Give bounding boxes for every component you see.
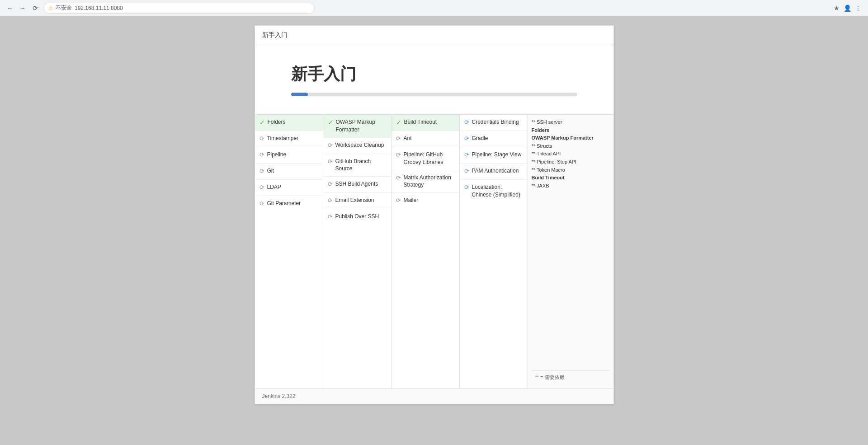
plugin-item-folders[interactable]: ✓ Folders (255, 115, 323, 131)
main-panel: 新手入门 新手入门 ✓ Folders ⟳ Tim (255, 25, 614, 404)
panel-header-title: 新手入门 (262, 31, 288, 38)
plugin-item-mailer[interactable]: ⟳ Mailer (392, 193, 459, 209)
plugin-name: Git Parameter (267, 200, 301, 207)
address-bar[interactable]: ⚠ 不安全 192.168.11.11:8080 (43, 3, 315, 14)
plugin-name: LDAP (267, 183, 281, 191)
refresh-icon-blue: ⟳ (464, 151, 469, 158)
refresh-icon: ⟳ (328, 181, 333, 187)
side-panel-structs: ** Structs (532, 142, 610, 150)
plugin-item-pipeline-stage-view[interactable]: ⟳ Pipeline: Stage View (460, 147, 528, 164)
browser-chrome: ← → ⟳ ⚠ 不安全 192.168.11.11:8080 ★ 👤 ⋮ (0, 0, 868, 16)
refresh-icon: ⟳ (328, 197, 333, 204)
side-panel-owasp: OWASP Markup Formatter (532, 134, 610, 142)
address-text: 不安全 (56, 4, 72, 12)
check-icon: ✓ (259, 119, 265, 126)
refresh-icon: ⟳ (396, 151, 401, 158)
plugin-item-gradle[interactable]: ⟳ Gradle (460, 131, 528, 147)
plugin-name: OWASP Markup Formatter (336, 118, 387, 134)
plugins-column-4: ⟳ Credentials Binding ⟳ Gradle ⟳ Pipelin… (460, 115, 528, 388)
refresh-icon: ⟳ (259, 200, 264, 207)
plugin-item-localization-chinese[interactable]: ⟳ Localization: Chinese (Simplified) (460, 180, 528, 202)
url-text: 192.168.11.11:8080 (75, 5, 123, 11)
plugin-name: Gradle (472, 135, 488, 142)
plugin-item-workspace-cleanup[interactable]: ⟳ Workspace Cleanup (323, 138, 391, 154)
plugin-item-pipeline-github-groovy[interactable]: ⟳ Pipeline: GitHub Groovy Libraries (392, 147, 459, 170)
refresh-icon-blue: ⟳ (464, 119, 469, 126)
plugin-item-pipeline[interactable]: ⟳ Pipeline (255, 147, 323, 164)
legend-text: ** = 需要依赖 (535, 375, 565, 380)
refresh-icon: ⟳ (259, 168, 264, 174)
side-panel-folders: Folders (532, 126, 610, 135)
plugin-item-github-branch-source[interactable]: ⟳ GitHub Branch Source (323, 154, 391, 177)
side-panel-ssh-text: ** SSH server (532, 119, 562, 125)
plugin-item-pam-auth[interactable]: ⟳ PAM Authentication (460, 164, 528, 180)
refresh-icon: ⟳ (328, 142, 333, 149)
plugin-name: Pipeline (267, 151, 287, 159)
plugin-name: Email Extension (335, 197, 374, 204)
plugin-item-matrix-auth[interactable]: ⟳ Matrix Authorization Strategy (392, 170, 459, 193)
refresh-icon: ⟳ (259, 184, 264, 191)
refresh-icon: ⟳ (396, 135, 401, 142)
panel-header: 新手入门 (255, 26, 613, 45)
plugin-name: Matrix Authorization Strategy (404, 174, 455, 189)
progress-bar-container (291, 93, 577, 96)
refresh-icon: ⟳ (328, 213, 333, 220)
side-panel-legend: ** = 需要依赖 (532, 370, 610, 384)
plugin-name: Build Timeout (404, 118, 437, 126)
plugin-item-credentials-binding[interactable]: ⟳ Credentials Binding (460, 115, 528, 131)
refresh-icon-blue: ⟳ (464, 168, 469, 174)
plugin-item-ant[interactable]: ⟳ Ant (392, 131, 459, 147)
plugin-item-owasp[interactable]: ✓ OWASP Markup Formatter (323, 115, 391, 138)
plugins-column-3: ✓ Build Timeout ⟳ Ant ⟳ Pipeline: GitHub… (392, 115, 460, 388)
plugin-name: Git (267, 167, 274, 175)
back-button[interactable]: ← (5, 4, 14, 13)
jenkins-version: Jenkins 2.322 (262, 393, 296, 399)
plugin-item-email-extension[interactable]: ⟳ Email Extension (323, 193, 391, 209)
plugin-name: SSH Build Agents (335, 180, 378, 188)
plugin-item-git[interactable]: ⟳ Git (255, 164, 323, 180)
plugin-name: Mailer (404, 197, 419, 204)
hero-title: 新手入门 (291, 63, 577, 85)
plugin-name: Localization: Chinese (Simplified) (472, 183, 523, 199)
check-icon: ✓ (396, 119, 401, 126)
browser-profile-button[interactable]: 👤 (843, 4, 852, 13)
plugin-item-timestamper[interactable]: ⟳ Timestamper (255, 131, 323, 147)
browser-menu-button[interactable]: ⋮ (854, 4, 863, 13)
plugins-column-1: ✓ Folders ⟳ Timestamper ⟳ Pipeline ⟳ Git (255, 115, 323, 388)
plugin-name: Credentials Binding (472, 118, 519, 126)
page-wrapper: 新手入门 新手入门 ✓ Folders ⟳ Tim (0, 16, 868, 413)
plugin-name: Pipeline: GitHub Groovy Libraries (404, 151, 455, 166)
plugin-item-ssh-build-agents[interactable]: ⟳ SSH Build Agents (323, 177, 391, 193)
plugin-item-publish-over-ssh[interactable]: ⟳ Publish Over SSH (323, 209, 391, 225)
plugin-name: Workspace Cleanup (335, 141, 384, 149)
plugins-area: ✓ Folders ⟳ Timestamper ⟳ Pipeline ⟳ Git (255, 115, 613, 388)
side-panel-pipeline-step: ** Pipeline: Step API (532, 158, 610, 166)
plugin-name: PAM Authentication (472, 167, 519, 175)
hero-section: 新手入门 (255, 45, 613, 115)
refresh-icon: ⟳ (396, 174, 401, 181)
refresh-icon: ⟳ (328, 158, 333, 165)
bookmark-star-button[interactable]: ★ (832, 4, 841, 13)
plugin-item-git-parameter[interactable]: ⟳ Git Parameter (255, 196, 323, 212)
side-panel-title: ** SSH server (532, 118, 610, 126)
reload-button[interactable]: ⟳ (31, 4, 40, 13)
refresh-icon-blue: ⟳ (464, 184, 469, 191)
plugin-name: Folders (268, 118, 286, 126)
plugin-name: Publish Over SSH (335, 213, 379, 220)
browser-actions: ★ 👤 ⋮ (832, 4, 863, 13)
side-panel: ** SSH server Folders OWASP Markup Forma… (528, 115, 613, 388)
refresh-icon-blue: ⟳ (464, 135, 469, 142)
side-panel-trilead: ** Trilead API (532, 150, 610, 158)
warning-icon: ⚠ (48, 5, 53, 11)
side-panel-jaxb: ** JAXB (532, 182, 610, 190)
plugin-item-build-timeout[interactable]: ✓ Build Timeout (392, 115, 459, 131)
check-icon: ✓ (328, 119, 333, 126)
plugin-name: Timestamper (267, 135, 299, 142)
plugin-name: Ant (404, 135, 412, 142)
side-panel-build-timeout: Build Timeout (532, 174, 610, 182)
plugin-item-ldap[interactable]: ⟳ LDAP (255, 180, 323, 196)
forward-button[interactable]: → (18, 4, 27, 13)
plugin-name: Pipeline: Stage View (472, 151, 522, 159)
plugins-columns-wrapper: ✓ Folders ⟳ Timestamper ⟳ Pipeline ⟳ Git (255, 115, 528, 388)
panel-footer: Jenkins 2.322 (255, 388, 613, 404)
